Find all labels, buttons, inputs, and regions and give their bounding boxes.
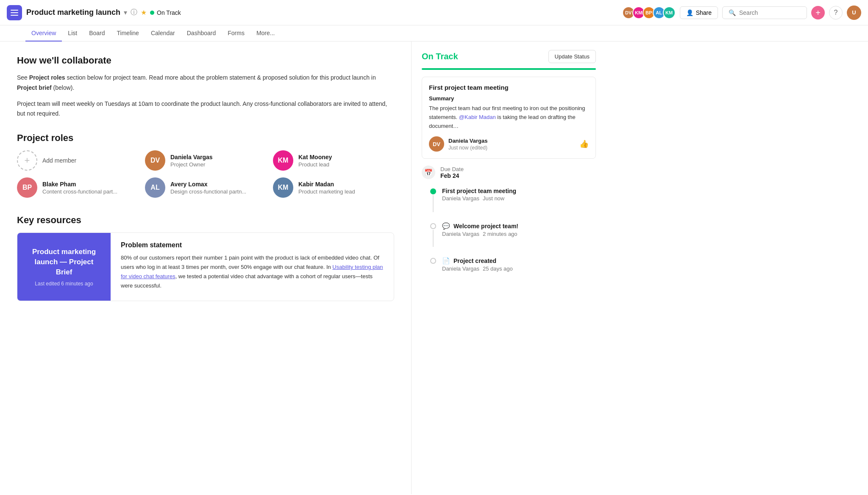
tab-overview[interactable]: Overview [25, 25, 62, 41]
activity-card: First project team meeting Summary The p… [422, 77, 596, 159]
activity-card-title: First project team meeting [429, 84, 589, 91]
author-name: Daniela Vargas [448, 138, 488, 144]
timeline-content-2: 💬 Welcome project team! Daniela Vargas 2… [442, 222, 596, 237]
collab-heading: How we'll collaborate [17, 55, 394, 66]
tab-board[interactable]: Board [83, 25, 111, 41]
due-date-row: 📅 Due Date Feb 24 [422, 166, 596, 179]
role-name-avery: Avery Lomax [170, 181, 246, 188]
timeline-dot-1 [430, 188, 436, 194]
left-content: How we'll collaborate See Project roles … [0, 41, 411, 494]
sidebar-status-row: On Track Update Status [422, 50, 596, 63]
activity-author-row: DV Daniela Vargas Just now (edited) 👍 [429, 136, 589, 152]
role-info-blake: Blake Pham Content cross-functional part… [42, 181, 117, 195]
role-info-avery: Avery Lomax Design cross-functional part… [170, 181, 246, 195]
sidebar-status-label: On Track [422, 52, 458, 61]
avatar-avery[interactable]: AL [145, 177, 165, 198]
like-button[interactable]: 👍 [579, 139, 589, 149]
calendar-icon: 📅 [422, 166, 435, 179]
add-member-card[interactable]: + Add member [17, 150, 138, 171]
activity-author-left: DV Daniela Vargas Just now (edited) [429, 136, 488, 152]
share-label: Share [696, 9, 712, 16]
role-info-kat: Kat Mooney Product lead [298, 154, 332, 168]
svg-rect-0 [11, 10, 18, 11]
avatar-kabir[interactable]: KM [273, 177, 293, 198]
collab-para-1: See Project roles section below for proj… [17, 73, 394, 93]
tab-dashboard[interactable]: Dashboard [181, 25, 222, 41]
project-brief-bold: Project brief [17, 84, 52, 91]
star-icon[interactable]: ★ [141, 8, 147, 17]
role-info-kabir: Kabir Madan Product marketing lead [298, 181, 355, 195]
timeline-author-1: Daniela Vargas [442, 195, 479, 202]
timeline-sub-1: Daniela Vargas Just now [442, 195, 596, 202]
roles-heading: Project roles [17, 133, 394, 144]
update-status-button[interactable]: Update Status [548, 50, 596, 63]
right-sidebar: On Track Update Status First project tea… [411, 41, 606, 494]
avatar-daniela[interactable]: DV [145, 150, 165, 171]
role-card-daniela: DV Daniela Vargas Project Owner [145, 150, 266, 171]
main-layout: How we'll collaborate See Project roles … [0, 41, 868, 494]
avatar-kat[interactable]: KM [273, 150, 293, 171]
tab-more[interactable]: More... [250, 25, 281, 41]
search-input[interactable] [739, 9, 801, 16]
add-member-label: Add member [42, 157, 76, 164]
search-icon: 🔍 [729, 9, 736, 16]
timeline-dot-2 [430, 223, 436, 229]
timeline-time-2: 2 minutes ago [483, 231, 517, 237]
timeline-title-3: Project created [453, 257, 496, 264]
collab-para-2: Project team will meet weekly on Tuesday… [17, 99, 394, 119]
tab-list[interactable]: List [62, 25, 83, 41]
role-card-avery: AL Avery Lomax Design cross-functional p… [145, 177, 266, 198]
summary-label: Summary [429, 95, 589, 102]
problem-link[interactable]: Usability testing plan for video chat fe… [121, 264, 383, 279]
svg-rect-1 [11, 12, 18, 13]
resource-thumbnail[interactable]: Product marketing launch — Project Brief… [17, 233, 111, 301]
doc-icon-3: 📄 [442, 257, 450, 265]
timeline-sub-3: Daniela Vargas 25 days ago [442, 265, 596, 272]
problem-title: Problem statement [121, 241, 384, 249]
user-avatar[interactable]: U [847, 6, 861, 20]
timeline-title-1: First project team meeting [442, 188, 596, 194]
role-card-kat: KM Kat Mooney Product lead [273, 150, 394, 171]
avatar-blake[interactable]: BP [17, 177, 37, 198]
project-roles-section: Project roles + Add member DV Daniela Va… [17, 133, 394, 198]
tab-forms[interactable]: Forms [222, 25, 250, 41]
avatar-5[interactable]: KM [663, 6, 676, 19]
roles-grid: + Add member DV Daniela Vargas Project O… [17, 150, 394, 198]
timeline-content-1: First project team meeting Daniela Varga… [442, 188, 596, 202]
status-badge: On Track [150, 9, 181, 16]
role-title-kat: Product lead [298, 161, 332, 168]
add-button[interactable]: + [811, 6, 825, 19]
sidebar-toggle-button[interactable] [7, 5, 22, 20]
author-avatar: DV [429, 136, 444, 152]
role-name-blake: Blake Pham [42, 181, 117, 188]
author-time: Just now [448, 145, 468, 151]
tab-calendar[interactable]: Calendar [145, 25, 181, 41]
info-icon[interactable]: ⓘ [131, 8, 137, 17]
timeline-time-1: Just now [483, 195, 504, 202]
help-button[interactable]: ? [829, 6, 843, 19]
mention-kabir[interactable]: @Kabir Madan [459, 114, 496, 120]
author-edited: (edited) [470, 145, 487, 151]
resources-heading: Key resources [17, 215, 394, 226]
project-title-row: Product marketing launch ▾ ⓘ ★ On Track [26, 8, 181, 17]
share-button[interactable]: 👤 Share [680, 6, 718, 19]
nav-tabs: Overview List Board Timeline Calendar Da… [0, 25, 868, 41]
problem-text: 80% of our customers report their number… [121, 253, 384, 290]
resource-thumb-sub: Last edited 6 minutes ago [35, 281, 93, 287]
chevron-down-icon[interactable]: ▾ [124, 8, 127, 17]
role-info-daniela: Daniela Vargas Project Owner [170, 154, 213, 168]
search-box[interactable]: 🔍 [722, 6, 807, 19]
role-name-kabir: Kabir Madan [298, 181, 355, 188]
summary-text: The project team had our first meeting t… [429, 104, 589, 130]
due-date: Feb 24 [440, 172, 464, 179]
resource-body: Problem statement 80% of our customers r… [111, 233, 394, 301]
due-info: Due Date Feb 24 [440, 166, 464, 179]
tab-timeline[interactable]: Timeline [111, 25, 145, 41]
timeline-item-1: First project team meeting Daniela Varga… [430, 188, 596, 212]
project-roles-bold: Project roles [29, 74, 65, 81]
timeline-item-3: 📄 Project created Daniela Vargas 25 days… [430, 257, 596, 272]
timeline-content-3: 📄 Project created Daniela Vargas 25 days… [442, 257, 596, 272]
role-card-blake: BP Blake Pham Content cross-functional p… [17, 177, 138, 198]
role-title-blake: Content cross-functional part... [42, 188, 117, 195]
timeline-title-2: Welcome project team! [453, 223, 518, 230]
